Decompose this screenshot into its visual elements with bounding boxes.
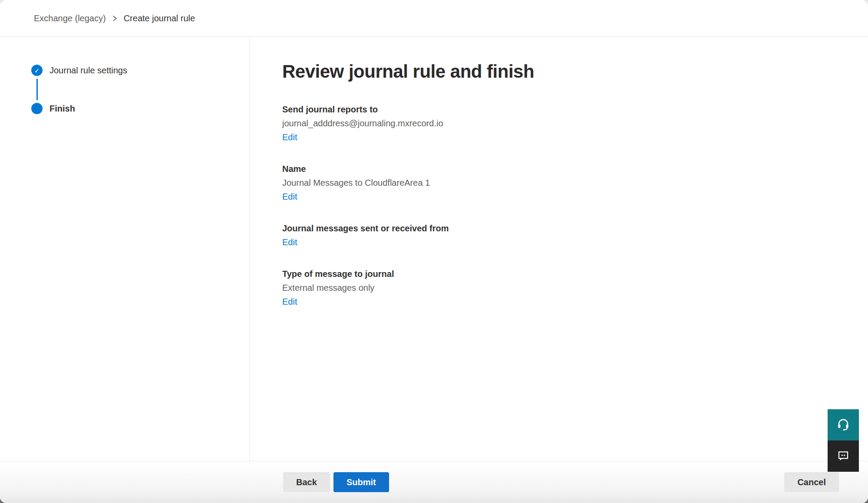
step-journal-rule-settings[interactable]: ✓ Journal rule settings: [31, 65, 249, 76]
page-title: Review journal rule and finish: [282, 61, 851, 82]
step-connector-line: [36, 79, 38, 100]
step-label: Finish: [50, 104, 75, 114]
chevron-right-icon: [112, 15, 118, 22]
help-button[interactable]: [828, 409, 859, 441]
edit-name-link[interactable]: Edit: [282, 192, 297, 202]
step-completed-check-icon: ✓: [31, 65, 43, 76]
edit-send-journal-reports-link[interactable]: Edit: [282, 132, 297, 142]
create-journal-rule-window: Exchange (legacy) Create journal rule ✓ …: [0, 0, 868, 503]
journal-report-address-value: journal_adddress@journaling.mxrecord.io: [282, 118, 851, 128]
section-heading: Name: [282, 164, 851, 174]
rule-name-value: Journal Messages to CloudflareArea 1: [282, 178, 851, 188]
edit-message-type-link[interactable]: Edit: [282, 297, 297, 307]
edit-scope-link[interactable]: Edit: [282, 237, 297, 247]
breadcrumb-exchange-legacy[interactable]: Exchange (legacy): [34, 13, 106, 23]
section-heading: Send journal reports to: [282, 105, 851, 115]
floating-side-buttons: [828, 409, 859, 472]
breadcrumb-create-journal-rule: Create journal rule: [124, 13, 195, 23]
section-heading: Journal messages sent or received from: [282, 224, 851, 233]
step-finish[interactable]: Finish: [31, 103, 249, 114]
message-type-value: External messages only: [282, 283, 851, 293]
section-journal-messages-sent-or-received: Journal messages sent or received from E…: [282, 224, 851, 247]
back-button[interactable]: Back: [283, 472, 330, 492]
step-current-dot-icon: [31, 103, 43, 114]
section-type-of-message: Type of message to journal External mess…: [282, 269, 851, 307]
submit-button[interactable]: Submit: [333, 472, 389, 492]
action-bar: Back Submit Cancel: [0, 461, 868, 503]
cancel-button[interactable]: Cancel: [784, 472, 839, 492]
review-panel: Review journal rule and finish Send jour…: [250, 37, 868, 461]
section-heading: Type of message to journal: [282, 269, 851, 279]
feedback-icon: [837, 449, 850, 464]
section-name: Name Journal Messages to CloudflareArea …: [282, 164, 851, 202]
section-send-journal-reports-to: Send journal reports to journal_adddress…: [282, 105, 851, 142]
step-label: Journal rule settings: [50, 66, 127, 76]
breadcrumb: Exchange (legacy) Create journal rule: [0, 0, 868, 37]
feedback-button[interactable]: [828, 441, 859, 472]
content-row: ✓ Journal rule settings Finish Review jo…: [0, 37, 868, 461]
wizard-steps-sidebar: ✓ Journal rule settings Finish: [0, 37, 250, 461]
headset-icon: [837, 418, 850, 432]
